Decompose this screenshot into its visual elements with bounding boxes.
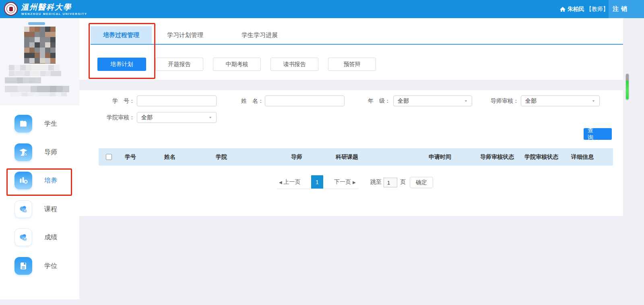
profile-photo-blurred	[24, 27, 56, 64]
student-name-input[interactable]	[265, 95, 345, 106]
pagination-divider	[277, 189, 358, 189]
profile-text-blurred	[9, 65, 61, 71]
search-button[interactable]: 查 询	[584, 128, 612, 140]
folder-icon	[14, 115, 32, 133]
column-research-topic: 科研课题	[336, 148, 358, 166]
column-apply-time: 申请时间	[429, 148, 451, 166]
sidebar-item-mentors[interactable]: 导师	[0, 143, 79, 161]
home-icon[interactable]	[559, 6, 566, 12]
confirm-button[interactable]: 确定	[410, 177, 433, 188]
column-mentor-review-status: 导师审核状态	[480, 148, 514, 166]
profile-photo-tab	[28, 22, 45, 25]
app-root: 溫州醫科大學 WENZHOU MEDICAL UNIVERSITY 朱柏民 【教…	[0, 0, 644, 305]
university-name-zh: 溫州醫科大學	[21, 2, 72, 12]
reading-report-button[interactable]: 读书报告	[270, 58, 318, 71]
student-id-input[interactable]	[137, 95, 217, 106]
cloud-sync-icon	[14, 200, 32, 218]
sidebar-item-label: 课程	[44, 200, 57, 218]
column-college-review-status: 学院审核状态	[524, 148, 558, 166]
student-id-label: 学 号：	[103, 95, 135, 106]
tab-training-process[interactable]: 培养过程管理	[91, 26, 152, 44]
user-role-badge: 【教师】	[586, 6, 609, 13]
current-page-badge[interactable]: 1	[311, 175, 323, 189]
college-review-select[interactable]: 全部 ▼	[137, 112, 217, 123]
profile-text-blurred	[5, 86, 74, 92]
tab-student-progress[interactable]: 学生学习进展	[229, 26, 290, 44]
scrollbar-track-top	[626, 74, 629, 81]
column-college: 学院	[216, 148, 227, 166]
column-detail-info: 详细信息	[571, 148, 594, 166]
prev-arrow-icon: ◀	[279, 180, 282, 185]
scrollbar[interactable]	[626, 74, 629, 100]
university-emblem-icon	[6, 4, 15, 13]
jump-to-label: 跳至	[370, 175, 382, 189]
column-mentor: 导师	[291, 148, 302, 166]
user-name[interactable]: 朱柏民	[568, 6, 584, 13]
profile-text-blurred	[9, 71, 61, 76]
page-unit-label: 页	[400, 175, 406, 189]
chevron-down-icon: ▼	[592, 100, 595, 103]
select-all-checkbox[interactable]	[106, 154, 112, 160]
cloud-sync-icon	[14, 228, 32, 246]
training-plan-button[interactable]: 培养计划	[97, 58, 146, 71]
scrollbar-thumb	[626, 81, 629, 100]
table-header-row: 学号 姓名 学院 导师 科研课题 申请时间 导师审核状态 学院审核状态 详细信息	[99, 148, 613, 166]
tab-underline	[91, 44, 623, 45]
university-name-en: WENZHOU MEDICAL UNIVERSITY	[21, 12, 87, 16]
sidebar-item-training[interactable]: 培养	[0, 172, 79, 189]
jump-page-input[interactable]	[384, 178, 397, 187]
pre-defense-button[interactable]: 预答辩	[328, 58, 376, 71]
profile-text-blurred	[5, 77, 46, 83]
logout-button[interactable]: 注销	[609, 0, 644, 18]
profile-text-blurred	[10, 93, 67, 96]
midterm-assessment-button[interactable]: 中期考核	[213, 58, 261, 71]
sidebar-item-label: 导师	[44, 143, 57, 161]
top-header-bar: 溫州醫科大學 WENZHOU MEDICAL UNIVERSITY 朱柏民 【教…	[0, 0, 644, 18]
sidebar-item-label: 学位	[44, 257, 57, 275]
mentor-review-select[interactable]: 全部 ▼	[521, 95, 600, 106]
chevron-down-icon: ▼	[208, 116, 212, 119]
prev-page-button[interactable]: ◀ 上一页	[279, 175, 301, 189]
college-review-label: 学院审核：	[101, 112, 135, 123]
tab-study-plan[interactable]: 学习计划管理	[155, 26, 215, 44]
chevron-down-icon: ▼	[464, 100, 468, 103]
next-arrow-icon: ▶	[353, 180, 356, 185]
grade-select[interactable]: 全部 ▼	[393, 95, 472, 106]
sidebar-item-students[interactable]: 学生	[0, 115, 79, 133]
grade-label: 年 级：	[358, 95, 390, 106]
proposal-report-button[interactable]: 开题报告	[155, 58, 203, 71]
sidebar-item-degree[interactable]: 学位	[0, 257, 79, 275]
student-name-label: 姓 名：	[231, 95, 264, 106]
university-logo	[4, 2, 18, 16]
mentor-review-label: 导师审核：	[485, 95, 519, 106]
user-info: 朱柏民 【教师】	[559, 0, 609, 18]
column-name: 姓名	[164, 148, 175, 166]
sidebar-item-courses[interactable]: 课程	[0, 200, 79, 218]
bar-chart-icon	[14, 172, 32, 189]
mentor-icon	[14, 143, 32, 161]
sidebar-item-label: 成绩	[44, 228, 57, 246]
sidebar-item-label: 培养	[44, 172, 57, 189]
sidebar-item-grades[interactable]: 成绩	[0, 228, 79, 246]
next-page-button[interactable]: 下一页 ▶	[334, 175, 356, 189]
column-student-id: 学号	[125, 148, 136, 166]
sidebar-item-label: 学生	[44, 115, 57, 133]
book-icon	[14, 257, 32, 275]
